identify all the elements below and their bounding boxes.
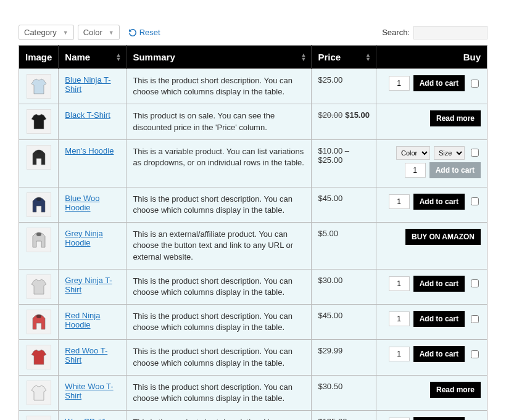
quantity-input[interactable] bbox=[389, 276, 410, 291]
add-to-cart-button[interactable]: Add to cart bbox=[429, 162, 481, 178]
product-name-cell: Red Woo T-Shirt bbox=[59, 340, 126, 375]
buy-cell: Read more bbox=[376, 375, 487, 410]
buy-cell: Add to cart bbox=[376, 187, 487, 222]
table-row: Black T-ShirtThis product is on sale. Yo… bbox=[19, 104, 487, 139]
table-row: Blue Ninja T-ShirtThis is the product sh… bbox=[19, 69, 487, 104]
buy-cell: Add to cart bbox=[376, 269, 487, 304]
quantity-input[interactable] bbox=[389, 311, 410, 326]
product-summary: This is the product short description. Y… bbox=[126, 269, 312, 304]
product-name-cell: Blue Woo Hoodie bbox=[59, 187, 126, 222]
col-buy: Buy bbox=[376, 46, 487, 69]
quantity-input[interactable] bbox=[389, 347, 410, 361]
product-summary: This is the product short description. Y… bbox=[126, 69, 312, 104]
product-thumb[interactable] bbox=[27, 145, 51, 170]
col-price[interactable]: Price▲▼ bbox=[312, 46, 376, 69]
product-name-cell: Grey Ninja T-Shirt bbox=[59, 269, 126, 304]
product-link[interactable]: Grey Ninja Hoodie bbox=[65, 229, 102, 247]
select-row-checkbox[interactable] bbox=[471, 80, 479, 88]
read-more-button[interactable]: Read more bbox=[430, 382, 481, 398]
product-price: $135.00 bbox=[312, 411, 376, 420]
product-thumb[interactable] bbox=[27, 192, 51, 217]
svg-point-0 bbox=[36, 150, 41, 154]
search-label: Search: bbox=[382, 28, 410, 37]
buy-cell: Color Size Add to cart bbox=[376, 139, 487, 187]
category-filter[interactable]: Category ▼ bbox=[19, 25, 74, 40]
product-price: $5.00 bbox=[312, 223, 376, 270]
product-name-cell: White Woo T-Shirt bbox=[59, 375, 126, 410]
buy-cell: Add to cart bbox=[376, 411, 487, 420]
reset-label: Reset bbox=[139, 28, 160, 37]
product-price: $10.00 – $25.00 bbox=[312, 139, 376, 187]
buy-cell: Add to cart bbox=[376, 340, 487, 375]
color-filter-label: Color bbox=[83, 28, 102, 37]
product-thumb[interactable] bbox=[27, 310, 51, 334]
search-input[interactable] bbox=[413, 26, 487, 39]
add-to-cart-button[interactable]: Add to cart bbox=[413, 417, 465, 420]
col-summary[interactable]: Summary▲▼ bbox=[126, 46, 312, 69]
product-thumb[interactable] bbox=[27, 74, 51, 99]
add-to-cart-button[interactable]: Add to cart bbox=[413, 75, 465, 91]
product-thumb-cell bbox=[19, 139, 59, 187]
product-summary: This is the product short description. Y… bbox=[126, 340, 312, 375]
table-row: Red Ninja HoodieThis is the product shor… bbox=[19, 305, 487, 340]
color-filter[interactable]: Color ▼ bbox=[78, 25, 120, 40]
add-to-cart-button[interactable]: Add to cart bbox=[413, 276, 465, 292]
variation-size-select[interactable]: Size bbox=[434, 146, 465, 160]
product-link[interactable]: White Woo T-Shirt bbox=[65, 382, 113, 400]
product-link[interactable]: Red Woo T-Shirt bbox=[65, 346, 107, 364]
read-more-button[interactable]: Read more bbox=[430, 110, 481, 126]
buy-cell: BUY ON AMAZON bbox=[376, 223, 487, 270]
product-thumb-cell bbox=[19, 375, 59, 410]
add-to-cart-button[interactable]: Add to cart bbox=[413, 311, 465, 327]
select-row-checkbox[interactable] bbox=[471, 197, 479, 205]
add-to-cart-button[interactable]: Add to cart bbox=[413, 194, 465, 210]
chevron-down-icon: ▼ bbox=[63, 30, 68, 36]
quantity-input[interactable] bbox=[389, 76, 410, 91]
product-thumb-cell bbox=[19, 269, 59, 304]
select-row-checkbox[interactable] bbox=[471, 315, 479, 323]
product-thumb[interactable] bbox=[27, 109, 51, 134]
select-row-checkbox[interactable] bbox=[471, 149, 479, 157]
product-thumb[interactable] bbox=[27, 274, 51, 299]
product-name-cell: Blue Ninja T-Shirt bbox=[59, 69, 126, 104]
reset-button[interactable]: Reset bbox=[128, 28, 160, 37]
product-link[interactable]: Men's Hoodie bbox=[65, 146, 114, 155]
buy-on-amazon-button[interactable]: BUY ON AMAZON bbox=[405, 229, 481, 245]
product-thumb[interactable] bbox=[27, 381, 51, 405]
product-thumb[interactable] bbox=[27, 228, 51, 252]
table-row: Blue Woo HoodieThis is the product short… bbox=[19, 187, 487, 222]
product-thumb-cell bbox=[19, 69, 59, 104]
product-link[interactable]: Red Ninja Hoodie bbox=[65, 311, 100, 329]
product-thumb[interactable] bbox=[27, 416, 51, 420]
buy-cell: Add to cart bbox=[376, 305, 487, 340]
quantity-input[interactable] bbox=[389, 194, 410, 209]
product-thumb-cell bbox=[19, 340, 59, 375]
product-link[interactable]: Blue Woo Hoodie bbox=[65, 194, 99, 212]
chevron-down-icon: ▼ bbox=[109, 30, 114, 36]
buy-cell: Add to cart bbox=[376, 69, 487, 104]
col-name[interactable]: Name▲▼ bbox=[59, 46, 126, 69]
product-thumb-cell bbox=[19, 223, 59, 270]
svg-point-1 bbox=[36, 197, 41, 201]
product-thumb-cell bbox=[19, 187, 59, 222]
product-price: $20.00$15.00 bbox=[312, 104, 376, 139]
product-summary: This is an external/affiliate product. Y… bbox=[126, 223, 312, 270]
price-sale: $15.00 bbox=[345, 110, 370, 120]
quantity-input[interactable] bbox=[405, 163, 426, 178]
quantity-input[interactable] bbox=[389, 418, 410, 420]
product-thumb[interactable] bbox=[27, 345, 51, 369]
category-filter-label: Category bbox=[24, 28, 57, 37]
sort-icon: ▲▼ bbox=[115, 53, 121, 62]
product-link[interactable]: Grey Ninja T-Shirt bbox=[65, 276, 112, 294]
select-row-checkbox[interactable] bbox=[471, 350, 479, 358]
select-row-checkbox[interactable] bbox=[471, 279, 479, 287]
table-row: Woo CD #1This is the product short descr… bbox=[19, 411, 487, 420]
col-image: Image bbox=[19, 46, 59, 69]
product-link[interactable]: Black T-Shirt bbox=[65, 110, 110, 120]
variation-color-select[interactable]: Color bbox=[396, 146, 430, 160]
product-summary: This is a variable product. You can list… bbox=[126, 139, 312, 187]
add-to-cart-button[interactable]: Add to cart bbox=[413, 346, 465, 362]
product-link[interactable]: Woo CD #1 bbox=[65, 417, 106, 420]
product-link[interactable]: Blue Ninja T-Shirt bbox=[65, 75, 110, 94]
sort-icon: ▲▼ bbox=[301, 53, 306, 62]
